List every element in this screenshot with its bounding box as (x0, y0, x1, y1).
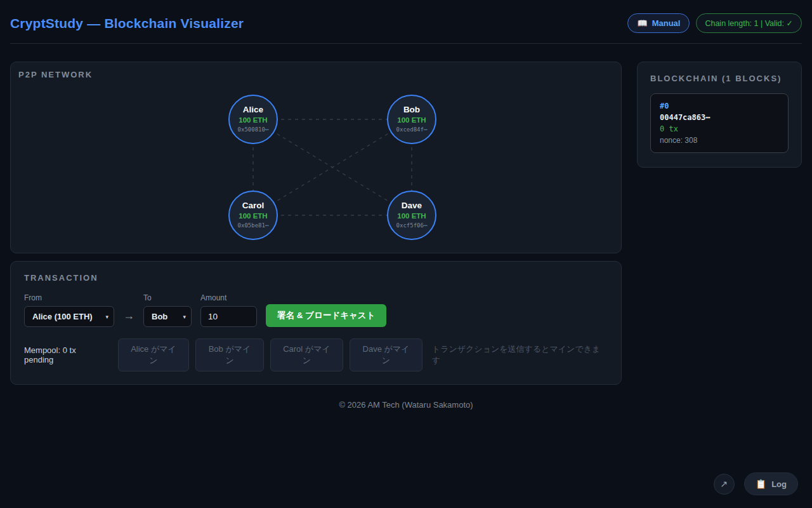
app-header: CryptStudy — Blockchain Visualizer 📖 Man… (10, 0, 802, 44)
log-button-label: Log (771, 479, 787, 489)
node-address: 0xced84f⋯ (396, 126, 428, 134)
mine-button-dave[interactable]: Dave がマイン (350, 338, 422, 371)
node-balance: 100 ETH (239, 211, 267, 221)
sign-broadcast-button[interactable]: 署名 & ブロードキャスト (266, 304, 386, 327)
manual-button[interactable]: 📖 Manual (627, 13, 690, 33)
node-name: Carol (242, 201, 265, 211)
block-tx-count: 0 tx (660, 124, 779, 133)
right-column: BLOCKCHAIN (1 BLOCKS) #0 00447ca863⋯ 0 t… (637, 62, 802, 168)
chain-status-badge: Chain length: 1 | Valid: ✓ (696, 13, 802, 33)
mempool-status: Mempool: 0 tx pending (24, 345, 107, 364)
amount-label: Amount (200, 293, 257, 302)
mine-button-bob[interactable]: Bob がマイン (195, 338, 264, 371)
to-label: To (143, 293, 192, 302)
node-balance: 100 ETH (239, 116, 267, 125)
network-edges (11, 62, 621, 253)
from-select[interactable]: Alice (100 ETH) (24, 306, 114, 327)
mine-button-carol[interactable]: Carol がマイン (270, 338, 343, 371)
from-field: From Alice (100 ETH) ▾ (24, 293, 114, 327)
page-title: CryptStudy — Blockchain Visualizer (10, 16, 244, 31)
manual-button-label: Manual (652, 18, 681, 28)
network-node-bob: Bob 100 ETH 0xced84f⋯ (387, 95, 436, 144)
node-name: Alice (243, 105, 263, 115)
node-address: 0x500810⋯ (238, 126, 269, 134)
node-balance: 100 ETH (397, 211, 426, 221)
node-address: 0x05be81⋯ (238, 222, 269, 230)
to-select[interactable]: Bob (143, 306, 192, 327)
transaction-panel: TRANSACTION From Alice (100 ETH) ▾ → To (10, 261, 622, 385)
to-field: To Bob ▾ (143, 293, 192, 327)
expand-button[interactable]: ↗ (714, 474, 735, 495)
mempool-row: Mempool: 0 tx pending Alice がマイン Bob がマイ… (24, 338, 608, 371)
node-address: 0xcf5f06⋯ (396, 222, 428, 230)
main-content: P2P NETWORK Alice 100 ETH 0x500810⋯ Bob … (0, 44, 812, 385)
block-hash: 00447ca863⋯ (660, 113, 779, 122)
amount-input[interactable] (200, 306, 257, 327)
blockchain-title: BLOCKCHAIN (1 BLOCKS) (650, 74, 789, 83)
block-nonce: nonce: 308 (660, 136, 779, 145)
network-node-alice: Alice 100 ETH 0x500810⋯ (228, 95, 278, 144)
header-actions: 📖 Manual Chain length: 1 | Valid: ✓ (627, 13, 802, 33)
block-index: #0 (660, 102, 779, 110)
block-card[interactable]: #0 00447ca863⋯ 0 tx nonce: 308 (650, 93, 789, 153)
arrow-right-icon: → (123, 309, 134, 327)
node-balance: 100 ETH (397, 116, 426, 125)
amount-field: Amount (200, 293, 257, 327)
from-label: From (24, 293, 114, 302)
footer-copyright: © 2026 AM Tech (Wataru Sakamoto) (0, 400, 812, 410)
node-name: Dave (402, 201, 422, 211)
left-column: P2P NETWORK Alice 100 ETH 0x500810⋯ Bob … (10, 62, 622, 385)
mine-hint: トランザクションを送信するとマインできます (432, 344, 608, 366)
transaction-form: From Alice (100 ETH) ▾ → To Bob (24, 293, 608, 327)
node-name: Bob (403, 105, 420, 115)
network-node-dave: Dave 100 ETH 0xcf5f06⋯ (387, 190, 436, 240)
open-book-icon: 📖 (637, 18, 647, 28)
log-button[interactable]: 📋 Log (744, 472, 798, 495)
arrow-up-right-icon: ↗ (720, 479, 728, 489)
blockchain-panel: BLOCKCHAIN (1 BLOCKS) #0 00447ca863⋯ 0 t… (637, 62, 802, 168)
network-node-carol: Carol 100 ETH 0x05be81⋯ (228, 190, 278, 240)
floating-actions: ↗ 📋 Log (714, 472, 798, 495)
p2p-network-panel: P2P NETWORK Alice 100 ETH 0x500810⋯ Bob … (10, 62, 622, 253)
mine-button-alice[interactable]: Alice がマイン (118, 338, 190, 371)
transaction-title: TRANSACTION (24, 273, 608, 283)
clipboard-icon: 📋 (756, 479, 766, 489)
